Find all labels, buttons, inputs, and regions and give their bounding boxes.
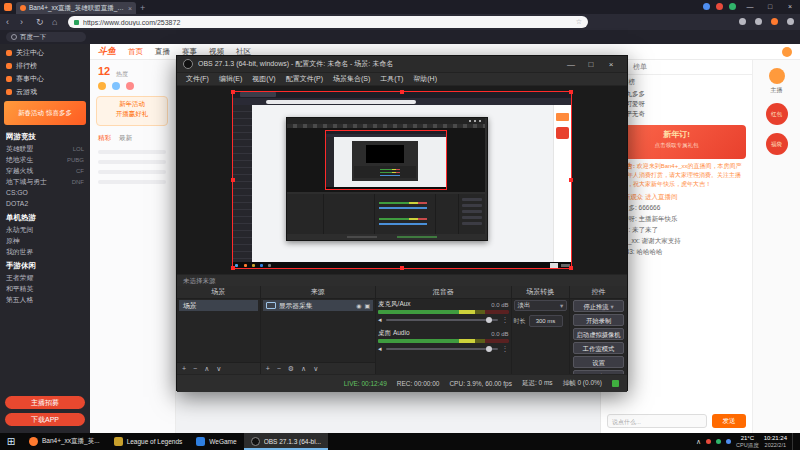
refresh-icon[interactable]: ↻ (36, 17, 44, 27)
menu-file[interactable]: 文件(F) (181, 74, 214, 84)
taskbar-app-lol[interactable]: League of Legends (107, 433, 190, 450)
slider-knob[interactable] (486, 317, 492, 323)
menu-help[interactable]: 帮助(H) (408, 74, 442, 84)
extension-icon[interactable] (716, 3, 723, 10)
close-icon[interactable]: × (780, 0, 800, 14)
user-avatar[interactable] (782, 47, 792, 57)
back-icon[interactable]: ‹ (6, 17, 9, 27)
minimize-icon[interactable]: — (561, 56, 581, 73)
extension-icon[interactable] (703, 3, 710, 10)
start-recording-button[interactable]: 开始录制 (573, 314, 624, 326)
tab-latest[interactable]: 最新 (119, 134, 132, 143)
tray-expand-icon[interactable]: ∧ (696, 438, 701, 446)
taskbar-app-wegame[interactable]: WeGame (189, 433, 243, 450)
profile-icon[interactable] (771, 18, 778, 25)
browser-tab[interactable]: Ban4+_xx直播_英雄联盟直播_斗鱼 × (16, 2, 136, 14)
menu-icon[interactable] (787, 18, 794, 25)
tray-icon[interactable] (706, 439, 711, 444)
stop-streaming-button[interactable]: 停止推流 ▾ (573, 300, 624, 312)
quick-search-text[interactable]: 百度一下 (20, 33, 46, 42)
badge-icon[interactable] (98, 82, 106, 90)
selection-handle[interactable] (569, 90, 573, 94)
extension-icon[interactable] (729, 3, 736, 10)
scene-item[interactable]: 场景 (179, 300, 258, 311)
tab-close-icon[interactable]: × (128, 5, 132, 12)
obs-titlebar[interactable]: OBS 27.1.3 (64-bit, windows) - 配置文件: 未命名… (177, 56, 627, 73)
rank-row[interactable]: 鱼丸多多 (609, 89, 744, 99)
quick-search-box[interactable]: 百度一下 (6, 32, 86, 42)
badge-icon[interactable] (126, 82, 134, 90)
menu-tools[interactable]: 工具(T) (375, 74, 408, 84)
sidebar-item-cloudgame[interactable]: 云游戏 (0, 85, 90, 98)
preview-canvas[interactable] (232, 91, 572, 269)
start-button[interactable]: ⊞ (0, 433, 22, 450)
browser-logo-icon[interactable] (4, 3, 12, 11)
sidebar-item-esports[interactable]: 赛事中心 (0, 72, 90, 85)
rank-row[interactable]: 平平无奇 (609, 109, 744, 119)
minimize-icon[interactable]: — (740, 0, 760, 14)
scene-up-button[interactable]: ∧ (204, 365, 209, 373)
download-app-button[interactable]: 下载APP (5, 413, 85, 426)
slider-knob[interactable] (486, 346, 492, 352)
lock-icon[interactable]: ▣ (364, 302, 370, 309)
selection-handle[interactable] (569, 178, 573, 182)
selection-handle[interactable] (231, 178, 235, 182)
chat-input[interactable]: 说点什么... (607, 414, 707, 428)
site-nav-live[interactable]: 直播 (155, 47, 170, 57)
virtual-camera-button[interactable]: 启动虚拟摄像机 (573, 328, 624, 340)
promo-card[interactable]: 新年活动 开播赢好礼 (96, 96, 168, 126)
anchor-avatar[interactable] (769, 68, 785, 84)
studio-mode-button[interactable]: 工作室模式 (573, 342, 624, 354)
douyu-logo[interactable]: 斗鱼 (98, 45, 116, 58)
anchor-recruit-button[interactable]: 主播招募 (5, 396, 85, 409)
maximize-icon[interactable]: □ (581, 56, 601, 73)
bookmark-star-icon[interactable]: ☆ (576, 18, 582, 26)
menu-edit[interactable]: 编辑(E) (214, 74, 247, 84)
send-button[interactable]: 发送 (712, 414, 746, 428)
volume-slider[interactable] (386, 348, 498, 350)
sidebar-game[interactable]: 我的世界 (0, 246, 90, 257)
forward-icon[interactable]: › (20, 17, 23, 27)
sidebar-game[interactable]: 王者荣耀 (0, 272, 90, 283)
sidebar-game[interactable]: 英雄联盟LOL (0, 143, 90, 154)
add-scene-button[interactable]: + (182, 365, 186, 372)
taskbar-app-obs[interactable]: OBS 27.1.3 (64-bi... (244, 433, 328, 450)
show-desktop-button[interactable] (792, 433, 797, 450)
new-tab-button[interactable]: + (140, 2, 145, 14)
sidebar-game[interactable]: 绝地求生PUBG (0, 154, 90, 165)
clock[interactable]: 10:21:24 2022/2/1 (764, 435, 787, 448)
sidebar-game[interactable]: 地下城与勇士DNF (0, 176, 90, 187)
url-text[interactable]: https://www.douyu.com/253872 (83, 19, 572, 26)
rank-row[interactable]: 小可爱呀 (609, 99, 744, 109)
maximize-icon[interactable]: □ (760, 0, 780, 14)
settings-button[interactable]: 设置 (573, 356, 624, 368)
speaker-icon[interactable]: ◂ (378, 316, 382, 324)
source-item[interactable]: 显示器采集 ◉ ▣ (263, 300, 373, 311)
home-icon[interactable]: ⌂ (52, 17, 57, 27)
badge-icon[interactable] (112, 82, 120, 90)
scene-down-button[interactable]: ∨ (216, 365, 221, 373)
remove-scene-button[interactable]: − (193, 365, 197, 372)
sidebar-game[interactable]: 第五人格 (0, 294, 90, 305)
tray-icon[interactable] (716, 439, 721, 444)
address-bar[interactable]: https://www.douyu.com/253872 ☆ (68, 16, 588, 28)
menu-view[interactable]: 视图(V) (247, 74, 280, 84)
sidebar-item-follow[interactable]: 关注中心 (0, 46, 90, 59)
visibility-eye-icon[interactable]: ◉ (356, 302, 361, 309)
site-nav-home[interactable]: 首页 (128, 47, 143, 57)
event-banner[interactable]: 新春活动 惊喜多多 (4, 101, 86, 125)
history-icon[interactable] (755, 18, 762, 25)
selection-handle[interactable] (400, 90, 404, 94)
menu-profile[interactable]: 配置文件(P) (281, 74, 328, 84)
download-icon[interactable] (739, 18, 746, 25)
sidebar-game[interactable]: 原神 (0, 235, 90, 246)
channel-menu-icon[interactable]: ⋮ (502, 316, 509, 324)
selection-handle[interactable] (231, 266, 235, 270)
sidebar-item-rank[interactable]: 排行榜 (0, 59, 90, 72)
source-up-button[interactable]: ∧ (301, 365, 306, 373)
add-source-button[interactable]: + (266, 365, 270, 372)
tab-highlights[interactable]: 精彩 (98, 134, 111, 143)
speaker-icon[interactable]: ◂ (378, 345, 382, 353)
taskbar-app-browser[interactable]: Ban4+_xx直播_英... (22, 433, 107, 450)
sidebar-game[interactable]: 和平精英 (0, 283, 90, 294)
